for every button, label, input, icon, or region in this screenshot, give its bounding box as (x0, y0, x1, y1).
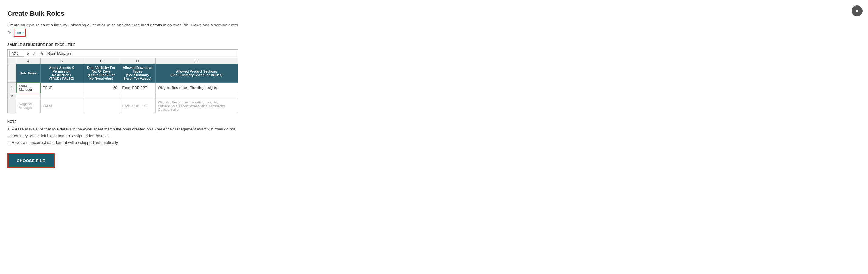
note-line-1: 1. Please make sure that role details in… (7, 126, 242, 139)
cancel-icon: ✕ (26, 52, 30, 56)
section-label: SAMPLE STRUCTURE FOR EXCEL FILE (7, 43, 242, 46)
col-header-d: D (120, 58, 155, 64)
col-header-a: A (17, 58, 41, 64)
cell-ref: A2 ▲▼ (9, 51, 24, 57)
row-num-1: 1 (8, 82, 17, 93)
corner-cell (8, 58, 17, 64)
cell-download-3: Excel, PDF, PPT (120, 99, 155, 113)
col-role-name: Role Name (17, 64, 41, 82)
cell-sections-2 (155, 93, 238, 99)
note-text: 1. Please make sure that role details in… (7, 126, 242, 146)
row-num-2: 2 (8, 93, 17, 99)
col-visibility: Data Visibility For No. Of Days(Leave Bl… (83, 64, 120, 82)
col-sections: Allowed Product Sections(See Summary She… (155, 64, 238, 82)
col-header-b: B (40, 58, 83, 64)
row-num-3 (8, 99, 17, 113)
close-button[interactable]: × (851, 5, 863, 16)
table-row: 2 (8, 93, 238, 99)
fx-icon: fx (40, 52, 44, 56)
excel-table: A B C D E Role Name Apply Access & Permi… (8, 58, 238, 113)
note-label: NOTE (7, 120, 242, 124)
col-header-e: E (155, 58, 238, 64)
cell-ref-value: A2 (11, 52, 16, 56)
cell-download-1: Excel, PDF, PPT (120, 82, 155, 93)
cell-role-name-3: Regional Manager (17, 99, 41, 113)
cell-access-2 (40, 93, 83, 99)
col-header-row: A B C D E (8, 58, 238, 64)
confirm-icon: ✓ (32, 52, 36, 56)
page-title: Create Bulk Roles (7, 10, 242, 18)
cell-visibility-3 (83, 99, 120, 113)
here-link[interactable]: here (14, 29, 26, 37)
formula-value: Store Manager (48, 52, 71, 56)
cell-sections-3: Widgets, Responses, Ticketing, Insights,… (155, 99, 238, 113)
table-row: Regional Manager FALSE Excel, PDF, PPT W… (8, 99, 238, 113)
cell-role-name-2 (17, 93, 41, 99)
cell-access-1: TRUE (40, 82, 83, 93)
cell-role-name-1: Store Manager (17, 82, 41, 93)
header-row-num (8, 64, 17, 82)
table-row: 1 Store Manager TRUE 30 Excel, PDF, PPT … (8, 82, 238, 93)
cell-visibility-1: 30 (83, 82, 120, 93)
data-header-row: Role Name Apply Access & Permission Rest… (8, 64, 238, 82)
col-download: Allowed Download Types(See Summary Sheet… (120, 64, 155, 82)
cell-access-3: FALSE (40, 99, 83, 113)
cell-visibility-2 (83, 93, 120, 99)
col-access: Apply Access & Permission Restrictions(T… (40, 64, 83, 82)
formula-icons: ✕ ✓ (26, 52, 36, 56)
col-header-c: C (83, 58, 120, 64)
note-line-2: 2. Rows with incorrect data format will … (7, 139, 242, 146)
cell-download-2 (120, 93, 155, 99)
description-pre: Create multiple roles at a time by uploa… (7, 23, 238, 35)
cell-ref-arrows: ▲▼ (17, 52, 19, 56)
excel-preview: A2 ▲▼ ✕ ✓ fx Store Manager A B C D E (7, 49, 238, 113)
page-container: Create Bulk Roles Create multiple roles … (0, 0, 249, 178)
description-text: Create multiple roles at a time by uploa… (7, 22, 242, 37)
choose-file-button[interactable]: CHOOSE FILE (7, 153, 55, 168)
formula-divider (38, 51, 38, 56)
formula-bar: A2 ▲▼ ✕ ✓ fx Store Manager (8, 50, 238, 58)
cell-sections-1: Widgets, Responses, Ticketing, Insights (155, 82, 238, 93)
